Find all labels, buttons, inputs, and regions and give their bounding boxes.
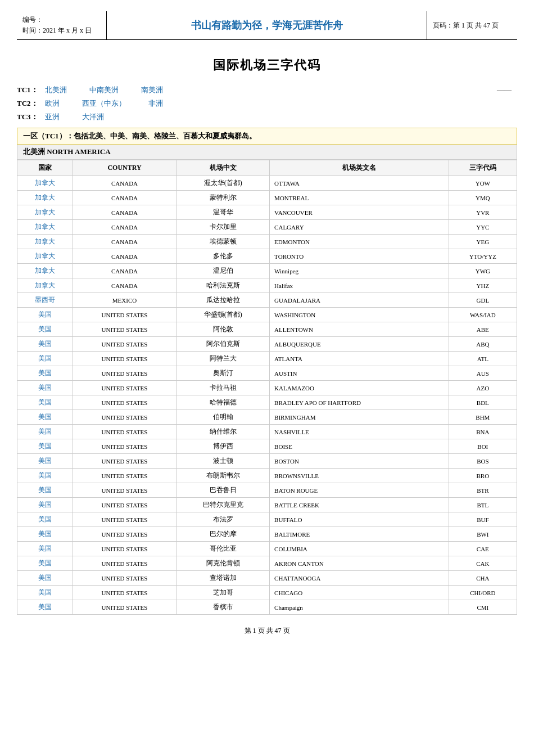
country-en-cell: CANADA — [73, 264, 176, 278]
header-motto: 书山有路勤为径，学海无涯苦作舟 — [107, 11, 427, 39]
table-row: 美国UNITED STATES布朗斯韦尔BROWNSVILLEBRO — [17, 469, 517, 483]
country-en-cell: UNITED STATES — [73, 395, 176, 410]
country-en-cell: UNITED STATES — [73, 542, 176, 556]
page-title: 国际机场三字代码 — [17, 57, 517, 74]
airport-cn-cell: 奥斯汀 — [177, 366, 270, 381]
country-cn-cell: 美国 — [17, 542, 73, 556]
tc2-link-2[interactable]: 西亚（中东） — [82, 98, 126, 109]
code-cell: YVR — [449, 205, 517, 220]
country-en-cell: UNITED STATES — [73, 571, 176, 586]
tc2-row: TC2： 欧洲 西亚（中东） 非洲 — [17, 98, 517, 109]
country-cn-cell: 加拿大 — [17, 278, 73, 293]
code-cell: CAK — [449, 556, 517, 571]
table-row: 美国UNITED STATES卡拉马祖KALAMAZOOAZO — [17, 381, 517, 395]
table-row: 美国UNITED STATES博伊西BOISEBOI — [17, 439, 517, 454]
code-cell: BDL — [449, 395, 517, 410]
country-en-cell: CANADA — [73, 235, 176, 249]
airport-cn-cell: 卡拉马祖 — [177, 381, 270, 395]
airport-cn-cell: 香槟市 — [177, 600, 270, 615]
airport-cn-cell: 渥太华(首都) — [177, 176, 270, 191]
table-row: 美国UNITED STATES阿克伦肯顿AKRON CANTONCAK — [17, 556, 517, 571]
header-biaohao: 编号： — [22, 15, 101, 25]
table-row: 加拿大CANADA埃德蒙顿EDMONTONYEG — [17, 235, 517, 249]
airport-en-cell: KALAMAZOO — [270, 381, 449, 395]
airport-cn-cell: 哈特福德 — [177, 395, 270, 410]
tc2-link-1[interactable]: 欧洲 — [45, 98, 60, 109]
country-cn-cell: 美国 — [17, 469, 73, 483]
code-cell: YHZ — [449, 278, 517, 293]
airport-en-cell: VANCOUVER — [270, 205, 449, 220]
col-header-airport-cn: 机场中文 — [177, 160, 270, 176]
tc2-label: TC2： — [17, 98, 45, 109]
airport-en-cell: TORONTO — [270, 249, 449, 264]
country-en-cell: UNITED STATES — [73, 322, 176, 337]
airport-cn-cell: 巴特尔克里克 — [177, 498, 270, 512]
country-cn-cell: 加拿大 — [17, 220, 73, 235]
country-en-cell: CANADA — [73, 205, 176, 220]
tc3-label: TC3： — [17, 112, 45, 122]
table-row: 美国UNITED STATES巴特尔克里克BATTLE CREEKBTL — [17, 498, 517, 512]
col-header-country-cn: 国家 — [17, 160, 73, 176]
airport-en-cell: EDMONTON — [270, 235, 449, 249]
country-cn-cell: 美国 — [17, 454, 73, 469]
country-cn-cell: 美国 — [17, 337, 73, 352]
country-cn-cell: 美国 — [17, 322, 73, 337]
airport-en-cell: AUSTIN — [270, 366, 449, 381]
airport-en-cell: BIRMINGHAM — [270, 410, 449, 425]
airport-en-cell: BATON ROUGE — [270, 483, 449, 498]
airport-en-cell: ALLENTOWN — [270, 322, 449, 337]
table-row: 美国UNITED STATES波士顿BOSTONBOS — [17, 454, 517, 469]
code-cell: BRO — [449, 469, 517, 483]
airport-cn-cell: 瓜达拉哈拉 — [177, 293, 270, 308]
table-row: 加拿大CANADA卡尔加里CALGARYYYC — [17, 220, 517, 235]
country-cn-cell: 加拿大 — [17, 176, 73, 191]
table-row: 美国UNITED STATES哥伦比亚COLUMBIACAE — [17, 542, 517, 556]
country-cn-cell: 美国 — [17, 556, 73, 571]
country-en-cell: UNITED STATES — [73, 425, 176, 439]
footer-text: 第 1 页 共 47 页 — [245, 627, 290, 634]
table-row: 美国UNITED STATES香槟市ChampaignCMI — [17, 600, 517, 615]
table-row: 加拿大CANADA温哥华VANCOUVERYVR — [17, 205, 517, 220]
header-page: 页码：第 1 页 共 47 页 — [427, 11, 517, 39]
table-row: 美国UNITED STATES纳什维尔NASHVILLEBNA — [17, 425, 517, 439]
code-cell: ATL — [449, 352, 517, 366]
country-cn-cell: 加拿大 — [17, 191, 73, 205]
code-cell: ABE — [449, 322, 517, 337]
airport-cn-cell: 卡尔加里 — [177, 220, 270, 235]
col-header-country-en: COUNTRY — [73, 160, 176, 176]
country-en-cell: UNITED STATES — [73, 483, 176, 498]
airport-cn-cell: 博伊西 — [177, 439, 270, 454]
country-en-cell: UNITED STATES — [73, 586, 176, 600]
code-cell: ABQ — [449, 337, 517, 352]
tc3-row: TC3： 亚洲 大洋洲 — [17, 112, 517, 122]
tc1-link-2[interactable]: 中南美洲 — [89, 85, 119, 95]
code-cell: YEG — [449, 235, 517, 249]
tc2-link-3[interactable]: 非洲 — [148, 98, 163, 109]
airport-en-cell: BUFFALO — [270, 512, 449, 527]
country-cn-cell: 美国 — [17, 571, 73, 586]
table-row: 美国UNITED STATES查塔诺加CHATTANOOGACHA — [17, 571, 517, 586]
tc1-link-3[interactable]: 南美洲 — [141, 85, 163, 95]
code-cell: BOI — [449, 439, 517, 454]
airport-en-cell: OTTAWA — [270, 176, 449, 191]
country-cn-cell: 美国 — [17, 308, 73, 322]
tc1-link-1[interactable]: 北美洲 — [45, 85, 67, 95]
country-en-cell: UNITED STATES — [73, 366, 176, 381]
airport-cn-cell: 阿特兰大 — [177, 352, 270, 366]
table-row: 加拿大CANADA哈利法克斯HalifaxYHZ — [17, 278, 517, 293]
tc3-link-2[interactable]: 大洋洲 — [82, 112, 104, 122]
airport-en-cell: BATTLE CREEK — [270, 498, 449, 512]
country-cn-cell: 墨西哥 — [17, 293, 73, 308]
zone-header: 一区（TC1）：包括北美、中美、南美、格陵兰、百慕大和夏威夷群岛。 — [17, 128, 517, 145]
code-cell: BTR — [449, 483, 517, 498]
tc3-link-1[interactable]: 亚洲 — [45, 112, 60, 122]
country-en-cell: UNITED STATES — [73, 352, 176, 366]
code-cell: CMI — [449, 600, 517, 615]
footer: 第 1 页 共 47 页 — [0, 626, 534, 636]
country-en-cell: UNITED STATES — [73, 337, 176, 352]
code-cell: BWI — [449, 527, 517, 542]
country-en-cell: UNITED STATES — [73, 527, 176, 542]
code-cell: BUF — [449, 512, 517, 527]
country-en-cell: UNITED STATES — [73, 439, 176, 454]
header-left: 编号： 时间：2021 年 x 月 x 日 — [17, 11, 107, 39]
